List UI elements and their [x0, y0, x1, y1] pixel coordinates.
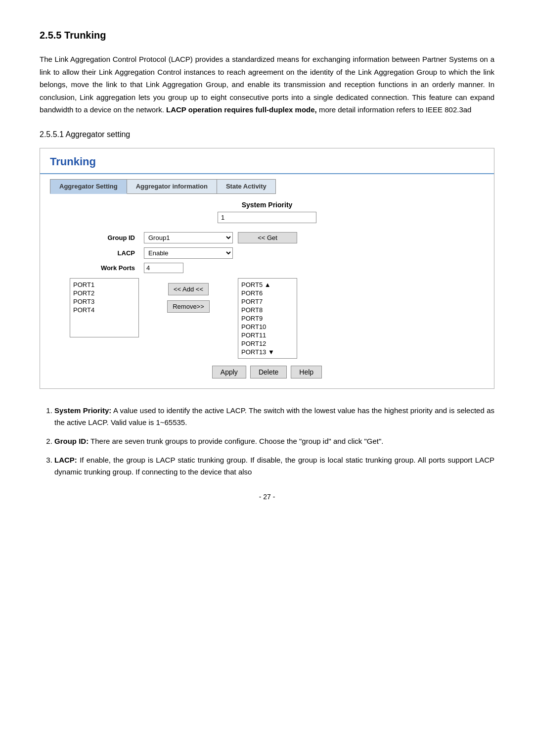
list-item: Group ID: There are seven trunk groups t… — [54, 435, 494, 447]
list-item: LACP: If enable, the group is LACP stati… — [54, 454, 494, 478]
group-id-label: Group ID — [70, 234, 139, 241]
tab-aggregator-information[interactable]: Aggregator information — [127, 179, 217, 194]
system-priority-section: System Priority — [70, 201, 464, 223]
add-remove-col: << Add << Remove>> — [144, 278, 233, 313]
list-item: PORT7 — [240, 297, 295, 306]
section-title: 2.5.5 Trunking — [40, 30, 494, 41]
list-item: PORT9 — [240, 314, 295, 323]
item3-label: LACP: — [54, 456, 77, 464]
list-item: PORT13 ▼ — [240, 348, 295, 356]
tab-aggregator-setting[interactable]: Aggregator Setting — [50, 179, 127, 194]
lacp-select[interactable]: Enable Disable — [144, 247, 233, 259]
page-number: - 27 - — [40, 493, 494, 501]
get-button[interactable]: << Get — [238, 232, 297, 243]
apply-button[interactable]: Apply — [212, 366, 246, 378]
list-item: PORT11 — [240, 331, 295, 339]
system-priority-label: System Priority — [242, 201, 293, 209]
lacp-label: LACP — [70, 249, 139, 257]
tabs-row: Aggregator Setting Aggregator informatio… — [40, 179, 494, 194]
item3-text: If enable, the group is LACP static trun… — [54, 456, 494, 476]
work-ports-label: Work Ports — [70, 264, 139, 272]
description-list: System Priority: A value used to identif… — [54, 405, 494, 478]
help-button[interactable]: Help — [291, 366, 322, 378]
list-item: PORT1 — [72, 281, 136, 289]
fields-grid: Group ID Group1 Group2 Group3 Group4 Gro… — [70, 232, 464, 273]
group-id-select[interactable]: Group1 Group2 Group3 Group4 Group5 Group… — [144, 232, 233, 243]
tab-state-activity[interactable]: State Activity — [217, 179, 276, 194]
form-area: System Priority Group ID Group1 Group2 G… — [40, 201, 494, 378]
list-item: PORT4 — [72, 306, 136, 314]
add-button[interactable]: << Add << — [168, 283, 209, 295]
list-item: PORT8 — [240, 306, 295, 314]
bottom-buttons: Apply Delete Help — [70, 366, 464, 378]
description-paragraph: The Link Aggregation Control Protocol (L… — [40, 53, 494, 116]
left-port-list[interactable]: PORT1 PORT2 PORT3 PORT4 — [70, 278, 139, 337]
list-item: PORT3 — [72, 297, 136, 306]
list-item: PORT12 — [240, 339, 295, 348]
item1-text: A value used to identify the active LACP… — [54, 406, 494, 426]
trunking-ui-box: Trunking Aggregator Setting Aggregator i… — [40, 148, 494, 389]
trunking-title: Trunking — [50, 155, 96, 168]
system-priority-input[interactable] — [218, 212, 316, 223]
item2-text: There are seven trunk groups to provide … — [90, 437, 383, 445]
list-item: System Priority: A value used to identif… — [54, 405, 494, 428]
list-item: PORT5 ▲ — [240, 281, 295, 289]
right-port-list[interactable]: PORT5 ▲ PORT6 PORT7 PORT8 PORT9 PORT10 P… — [238, 278, 297, 359]
remove-button[interactable]: Remove>> — [167, 300, 210, 313]
trunking-header: Trunking — [40, 148, 494, 174]
work-ports-input[interactable] — [144, 263, 183, 273]
subsection-title: 2.5.5.1 Aggregator setting — [40, 130, 494, 139]
delete-button[interactable]: Delete — [250, 366, 287, 378]
list-item: PORT6 — [240, 289, 295, 297]
list-item: PORT2 — [72, 289, 136, 297]
list-item: PORT10 — [240, 323, 295, 331]
ports-area: PORT1 PORT2 PORT3 PORT4 << Add << Remove… — [70, 278, 464, 359]
item2-label: Group ID: — [54, 437, 89, 445]
bold-text: LACP operation requires full-duplex mode… — [166, 105, 317, 114]
item1-label: System Priority: — [54, 406, 111, 415]
